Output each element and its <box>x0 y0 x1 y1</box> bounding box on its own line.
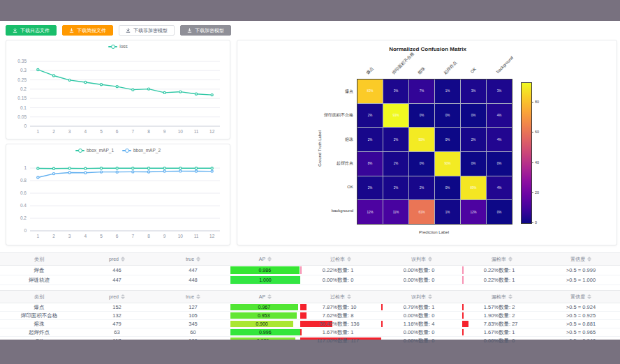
cell-ap: 0.996 <box>230 328 300 336</box>
confusion-matrix-xlabel: Prediction Label <box>357 230 511 234</box>
rate-percent: 0.00% <box>392 267 418 273</box>
download-button-0[interactable]: 下载日志文件 <box>6 25 57 36</box>
bbox-map-chart-legend: bbox_mAP_1bbox_mAP_2 <box>6 148 230 153</box>
matrix-cell-0-5: 3% <box>487 79 512 103</box>
column-header-1[interactable]: pred <box>78 291 156 303</box>
cell-confidence: >0.5 = 0.925 <box>542 312 620 319</box>
download-button-label: 下载非加密模型 <box>133 28 168 33</box>
matrix-cell-2-3: 0% <box>435 128 460 151</box>
legend-item-bbox_mAP_1[interactable]: bbox_mAP_1 <box>75 148 114 153</box>
column-header-4[interactable]: 过检率 <box>300 253 381 265</box>
cell-confidence: >0.5 = 1.000 <box>542 275 620 285</box>
svg-text:0.15: 0.15 <box>17 96 27 100</box>
rate-percent: 1.16% <box>392 321 418 327</box>
rate-percent: 39.42% <box>311 321 337 327</box>
download-button-2[interactable]: 下载非加密模型 <box>119 25 175 36</box>
matrix-cell-1-2: 0% <box>409 104 434 128</box>
sort-icon[interactable] <box>267 257 272 261</box>
svg-text:4: 4 <box>84 234 87 238</box>
column-header-2[interactable]: true <box>156 253 230 265</box>
column-header-label: 类别 <box>34 294 44 301</box>
legend-item-loss[interactable]: loss <box>108 44 128 49</box>
rate-percent: 0.00% <box>472 338 499 344</box>
matrix-cell-3-0: 8% <box>357 152 383 176</box>
sort-icon[interactable] <box>428 257 432 261</box>
sort-icon[interactable] <box>196 294 200 299</box>
svg-text:0.1: 0.1 <box>20 105 27 110</box>
svg-text:2: 2 <box>52 234 55 238</box>
column-header-5[interactable]: 误判率 <box>381 253 462 265</box>
download-button-label: 下载简报文件 <box>77 28 106 33</box>
rate-count: 数量: 2 <box>499 312 532 319</box>
cell-misjudge-rate: 0.79%数量: 1 <box>381 303 462 311</box>
matrix-cell-0-2: 7% <box>409 79 434 103</box>
column-header-3[interactable]: AP <box>230 253 300 265</box>
sort-icon[interactable] <box>347 294 351 299</box>
svg-text:0.4: 0.4 <box>20 203 27 208</box>
legend-item-bbox_mAP_2[interactable]: bbox_mAP_2 <box>122 148 161 153</box>
rate-count: 数量: 0 <box>418 277 452 284</box>
sort-icon[interactable] <box>587 257 591 261</box>
matrix-row-label: 起焊炸点 <box>300 160 353 167</box>
rate-count: 数量: 1 <box>499 267 532 274</box>
rate-bar <box>462 266 464 274</box>
sort-icon[interactable] <box>267 294 272 299</box>
matrix-cell-2-5: 4% <box>487 128 512 151</box>
cell-misjudge-rate: 0.00%数量: 0 <box>381 312 462 319</box>
column-header-label: 置信度 <box>570 294 585 301</box>
column-header-1[interactable]: pred <box>78 253 156 265</box>
download-button-1[interactable]: 下载简报文件 <box>62 25 113 36</box>
cell-category: 焊印面积不合格 <box>0 312 78 319</box>
column-header-6[interactable]: 漏检率 <box>462 253 542 265</box>
cell-ap: 0.967 <box>230 303 300 311</box>
svg-text:10: 10 <box>178 234 184 238</box>
sort-icon[interactable] <box>587 294 591 299</box>
metrics-table-1: 类别predtrueAP过检率误判率漏检率置信度爆点1521270.9677.8… <box>0 290 620 345</box>
svg-text:12: 12 <box>209 129 215 134</box>
column-header-label: 过检率 <box>330 294 345 301</box>
cell-confidence: >0.5 = 0.965 <box>542 328 620 336</box>
column-header-2[interactable]: true <box>156 291 230 303</box>
rate-percent: 1.90% <box>472 312 499 319</box>
svg-text:11: 11 <box>194 129 199 134</box>
column-header-5[interactable]: 误判率 <box>381 291 462 303</box>
table-row-焊盘: 焊盘4464470.9860.22%数量: 10.00%数量: 00.22%数量… <box>0 266 620 275</box>
cell-true: 447 <box>156 266 230 275</box>
confusion-matrix-ylabel: Ground Truth Label <box>318 110 322 187</box>
cell-overdetect-rate: 7.62%数量: 8 <box>300 312 381 319</box>
column-header-4[interactable]: 过检率 <box>300 291 381 303</box>
rate-bar <box>462 321 468 327</box>
table-header-row: 类别predtrueAP过检率误判率漏检率置信度 <box>0 253 620 266</box>
sort-icon[interactable] <box>508 294 512 299</box>
sort-icon[interactable] <box>347 257 351 261</box>
column-header-3[interactable]: AP <box>230 291 300 303</box>
cell-true: 105 <box>156 312 230 319</box>
download-button-3[interactable]: 下载加密模型 <box>180 25 231 36</box>
column-header-6[interactable]: 漏检率 <box>462 291 542 303</box>
cell-ap: 0.900 <box>230 320 300 328</box>
cell-confidence: >0.5 = 0.881 <box>542 320 620 328</box>
sort-icon[interactable] <box>121 257 125 261</box>
rate-count: 数量: 117 <box>337 338 371 344</box>
cell-pred: 479 <box>78 320 156 328</box>
column-header-7[interactable]: 置信度 <box>542 291 620 303</box>
cell-true: 127 <box>156 303 230 311</box>
sort-icon[interactable] <box>196 257 200 261</box>
sort-icon[interactable] <box>508 257 512 261</box>
cell-confidence: >0.5 = 0.924 <box>542 303 620 311</box>
cell-misjudge-rate: 1.16%数量: 4 <box>381 320 462 328</box>
matrix-cell-4-5: 4% <box>487 176 512 200</box>
matrix-cell-0-4: 3% <box>461 79 486 103</box>
confusion-matrix-heatmap: 83%3%7%1%3%3%2%93%0%0%0%4%2%2%90%0%2%4%8… <box>357 79 512 225</box>
rate-bar <box>381 321 383 327</box>
matrix-cell-3-3: 90% <box>435 152 460 176</box>
metrics-table-0: 类别predtrueAP过检率误判率漏检率置信度焊盘4464470.9860.2… <box>0 252 620 285</box>
confusion-matrix-title: Normalized Confusion Matrix <box>237 46 618 52</box>
cell-category: 起焊炸点 <box>0 328 78 336</box>
rate-count: 数量: 2 <box>499 304 532 311</box>
svg-text:0.6: 0.6 <box>20 190 27 195</box>
svg-text:9: 9 <box>163 129 166 134</box>
sort-icon[interactable] <box>121 294 125 299</box>
column-header-7[interactable]: 置信度 <box>542 253 620 265</box>
sort-icon[interactable] <box>428 294 432 299</box>
